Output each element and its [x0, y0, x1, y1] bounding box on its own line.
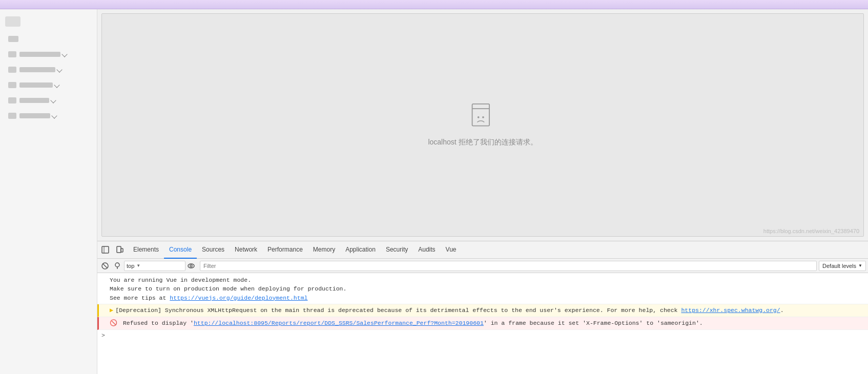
svg-rect-4	[102, 246, 109, 253]
sidebar-item-3[interactable]	[3, 63, 94, 77]
default-levels-label: Default levels	[822, 263, 856, 269]
sidebar-item-icon-6	[8, 113, 16, 119]
sidebar-item-icon-1	[8, 36, 18, 42]
devtools-panel: Elements Console Sources Network Perform…	[97, 241, 868, 374]
sidebar-item-6[interactable]	[3, 109, 94, 123]
sidebar-item-icon-5	[8, 97, 16, 103]
svg-point-12	[188, 264, 194, 268]
sidebar-item-5[interactable]	[3, 93, 94, 108]
tab-sources[interactable]: Sources	[197, 241, 230, 259]
console-message-xframe-error: 🚫 Refused to display 'http://localhost:8…	[97, 317, 868, 330]
svg-line-9	[103, 264, 107, 268]
webpage-frame: localhost 拒绝了我们的连接请求。 https://blog.csdn.…	[101, 13, 864, 237]
chevron-down-icon-3	[56, 67, 62, 72]
svg-rect-7	[121, 248, 123, 252]
tab-elements[interactable]: Elements	[128, 241, 164, 259]
warning-icon: ▶	[110, 307, 113, 314]
tab-security[interactable]: Security	[381, 241, 413, 259]
sidebar	[0, 9, 97, 374]
chevron-down-icon-levels: ▼	[858, 263, 862, 268]
sidebar-item-text-6	[19, 113, 50, 118]
main-content: localhost 拒绝了我们的连接请求。 https://blog.csdn.…	[97, 9, 868, 374]
console-eye-button[interactable]	[185, 260, 197, 272]
tab-console[interactable]: Console	[164, 241, 197, 259]
console-prompt-arrow: >	[101, 332, 105, 339]
tab-memory[interactable]: Memory	[308, 241, 340, 259]
svg-point-13	[190, 265, 192, 267]
chevron-down-icon-4	[54, 82, 59, 88]
watermark: https://blog.csdn.net/weixin_42389470	[763, 228, 859, 234]
chevron-down-icon-2	[61, 51, 67, 57]
connection-refused-icon	[469, 103, 496, 130]
tab-audits[interactable]: Audits	[413, 241, 440, 259]
tab-vue[interactable]: Vue	[441, 241, 462, 259]
devtools-tabbar: Elements Console Sources Network Perform…	[97, 241, 868, 259]
console-toolbar: top ▼ Default levels ▼	[97, 259, 868, 273]
sidebar-item-text-5	[19, 98, 49, 103]
browser-top-bar	[0, 0, 868, 9]
sidebar-item-4[interactable]	[3, 78, 94, 92]
sidebar-item-2[interactable]	[3, 47, 94, 61]
svg-rect-6	[117, 246, 121, 253]
svg-point-2	[478, 116, 480, 118]
console-output: You are running Vue in development mode.…	[97, 273, 868, 374]
context-selector[interactable]: top ▼	[124, 261, 185, 271]
refused-url-link[interactable]: http://localhost:8095/Reports/report/DDS…	[194, 320, 484, 326]
default-levels-dropdown[interactable]: Default levels ▼	[819, 261, 866, 271]
chevron-down-icon-5	[50, 97, 56, 103]
vue-deployment-link[interactable]: https://vuejs.org/guide/deployment.html	[170, 295, 307, 301]
console-prompt[interactable]: >	[97, 330, 868, 341]
xhr-spec-link[interactable]: https://xhr.spec.whatwg.org/	[681, 307, 780, 314]
devtools-inspect-button[interactable]	[99, 244, 112, 256]
tab-performance[interactable]: Performance	[262, 241, 308, 259]
sidebar-item-text-4	[19, 82, 53, 88]
sidebar-item-1[interactable]	[3, 32, 94, 46]
sidebar-item-text-2	[19, 52, 60, 57]
sidebar-item-icon-4	[8, 82, 16, 88]
sidebar-item-icon-2	[8, 51, 16, 57]
tab-application[interactable]: Application	[340, 241, 381, 259]
chevron-down-icon-6	[51, 113, 57, 118]
sidebar-logo	[5, 16, 20, 27]
console-clear-button[interactable]	[99, 260, 111, 272]
tab-network[interactable]: Network	[230, 241, 262, 259]
console-message-vue-info: You are running Vue in development mode.…	[97, 274, 868, 304]
error-icon: 🚫	[110, 320, 117, 327]
devtools-device-button[interactable]	[114, 244, 126, 256]
connection-refused-text: localhost 拒绝了我们的连接请求。	[428, 138, 537, 147]
chevron-down-icon: ▼	[136, 263, 140, 268]
console-filter-button[interactable]	[112, 260, 123, 272]
context-selector-label: top	[127, 263, 134, 269]
svg-rect-0	[472, 104, 489, 126]
console-filter-input[interactable]	[200, 261, 817, 271]
browser-body: localhost 拒绝了我们的连接请求。 https://blog.csdn.…	[0, 9, 868, 374]
svg-point-10	[115, 263, 119, 267]
sidebar-item-icon-3	[8, 67, 16, 73]
svg-point-3	[482, 116, 484, 118]
sidebar-item-text-3	[19, 67, 55, 72]
console-message-deprecation-warning: ▶[Deprecation] Synchronous XMLHttpReques…	[97, 304, 868, 317]
